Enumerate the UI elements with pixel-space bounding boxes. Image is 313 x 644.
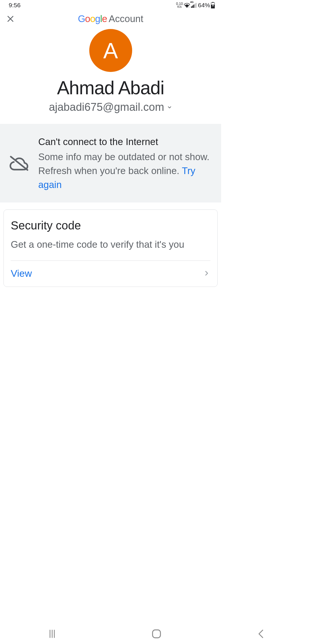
- close-icon: [6, 15, 15, 23]
- battery-percentage: 64%: [198, 2, 210, 9]
- cloud-off-icon: [9, 156, 30, 171]
- close-button[interactable]: [5, 13, 16, 25]
- status-bar: 9:56 0.10 K/s ↓↑ 4G 64%: [0, 0, 221, 10]
- banner-title: Can't connect to the Internet: [38, 135, 212, 149]
- security-code-title: Security code: [11, 219, 210, 232]
- banner-text: Can't connect to the Internet Some info …: [38, 135, 212, 191]
- security-code-description: Get a one-time code to verify that it's …: [11, 237, 210, 261]
- battery-charging-icon: [211, 2, 215, 8]
- profile-section: A Ahmad Abadi ajabadi675@gmail.com: [0, 27, 221, 124]
- account-label: Account: [109, 13, 143, 24]
- net-speed-indicator: 0.10 K/s: [176, 2, 183, 8]
- email-text: ajabadi675@gmail.com: [49, 101, 164, 113]
- chevron-down-icon: [167, 105, 172, 110]
- account-switcher[interactable]: ajabadi675@gmail.com: [49, 101, 172, 113]
- security-code-view-button[interactable]: View: [11, 261, 210, 287]
- wifi-icon: ↓↑: [184, 3, 190, 8]
- status-icons: 0.10 K/s ↓↑ 4G 64%: [176, 2, 215, 9]
- view-label: View: [11, 268, 32, 279]
- security-code-card: Security code Get a one-time code to ver…: [3, 209, 218, 287]
- display-name: Ahmad Abadi: [57, 77, 164, 99]
- avatar[interactable]: A: [89, 29, 132, 72]
- google-logo: Google: [78, 13, 107, 24]
- chevron-right-icon: [203, 269, 210, 277]
- page-title: Google Account: [78, 13, 143, 24]
- svg-text:↓↑: ↓↑: [188, 6, 190, 8]
- app-header: Google Account: [0, 10, 221, 27]
- offline-banner: Can't connect to the Internet Some info …: [0, 124, 221, 202]
- status-time: 9:56: [9, 2, 21, 9]
- net-speed-unit: K/s: [176, 6, 183, 8]
- mobile-signal-icon: 4G: [191, 3, 196, 8]
